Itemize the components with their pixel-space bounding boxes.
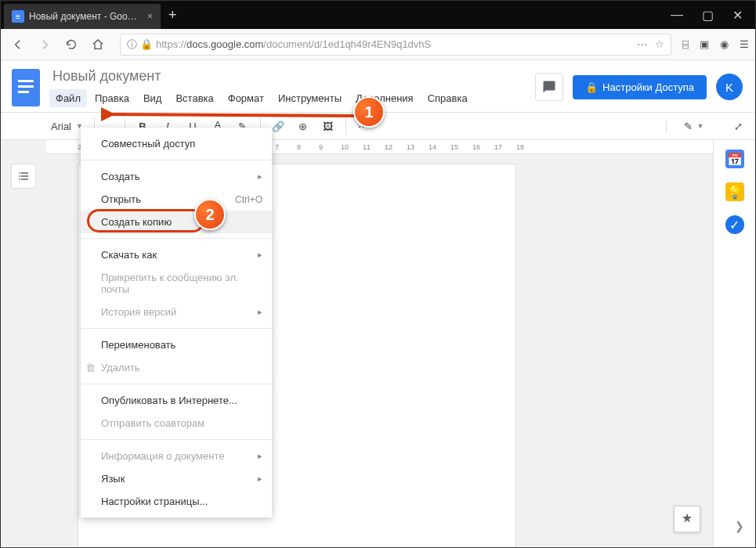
menu-формат[interactable]: Формат	[222, 89, 270, 107]
menu-item[interactable]: Скачать как	[81, 243, 272, 266]
reload-button[interactable]	[60, 34, 82, 56]
editing-mode-button[interactable]: ✎ ▼	[666, 121, 721, 132]
calendar-icon[interactable]: 📅	[725, 150, 744, 168]
docs-logo-icon[interactable]	[10, 67, 42, 109]
maximize-icon[interactable]: ▢	[702, 8, 714, 23]
menu-item: Отправить соавторам	[81, 412, 272, 434]
svg-line-4	[109, 114, 360, 116]
lock-icon: 🔒	[585, 81, 598, 93]
account-icon[interactable]: ◉	[720, 38, 729, 50]
lock-icon: 🔒	[140, 38, 153, 50]
window-controls: — ▢ ✕	[671, 8, 749, 23]
menu-справка[interactable]: Справка	[421, 89, 474, 107]
account-avatar[interactable]: K	[716, 74, 743, 100]
menu-item: Прикрепить к сообщению эл. почты	[81, 266, 272, 301]
url-host: docs.google.com	[186, 38, 263, 50]
menu-item[interactable]: Создать копию	[81, 211, 272, 233]
svg-rect-2	[18, 85, 34, 88]
document-title[interactable]: Новый документ	[49, 67, 527, 86]
comments-button[interactable]	[535, 73, 563, 101]
explore-button[interactable]	[674, 506, 700, 532]
menu-вид[interactable]: Вид	[137, 89, 168, 107]
svg-rect-3	[18, 91, 29, 93]
document-outline-button[interactable]	[11, 164, 36, 189]
menu-item: История версий	[81, 301, 272, 323]
close-window-icon[interactable]: ✕	[732, 8, 743, 23]
menu-инструменты[interactable]: Инструменты	[272, 89, 348, 107]
tab-title: Новый документ - Google Док	[29, 11, 141, 22]
browser-tab[interactable]: ≡ Новый документ - Google Док ×	[4, 4, 161, 29]
forward-button[interactable]	[34, 34, 56, 56]
info-icon[interactable]: ⓘ	[127, 38, 137, 52]
callout-2: 2	[194, 199, 226, 230]
tasks-icon[interactable]: ✓	[725, 215, 744, 234]
menu-item[interactable]: Язык	[81, 467, 272, 490]
menubar: ФайлПравкаВидВставкаФорматИнструментыДоп…	[49, 89, 527, 107]
browser-toolbar: ⓘ 🔒 https://docs.google.com/document/d/1…	[1, 29, 755, 60]
docs-favicon: ≡	[12, 10, 24, 23]
svg-rect-1	[18, 80, 34, 82]
menu-icon[interactable]: ☰	[740, 38, 749, 50]
menu-item[interactable]: Совместный доступ	[81, 132, 272, 155]
font-name-label: Arial	[51, 121, 71, 132]
new-tab-button[interactable]: +	[168, 7, 177, 23]
callout-1: 1	[353, 96, 385, 128]
annotation-arrow	[101, 106, 367, 125]
share-label: Настройки Доступа	[602, 81, 694, 93]
close-tab-icon[interactable]: ×	[147, 11, 153, 22]
menu-файл[interactable]: Файл	[49, 89, 87, 107]
file-menu-dropdown: Совместный доступСоздатьОткрытьCtrl+OСоз…	[81, 128, 272, 517]
menu-item[interactable]: ОткрытьCtrl+O	[81, 188, 272, 211]
address-bar[interactable]: ⓘ 🔒 https://docs.google.com/document/d/1…	[120, 34, 671, 56]
minimize-icon[interactable]: —	[671, 8, 683, 23]
chevron-down-icon: ▼	[697, 122, 704, 130]
sidebar-icon[interactable]: ▣	[700, 38, 709, 50]
menu-item[interactable]: Переименовать	[81, 333, 272, 356]
bookmark-star-icon[interactable]: ☆	[655, 38, 664, 50]
menu-item: Информация о документе	[81, 445, 272, 467]
share-button[interactable]: 🔒 Настройки Доступа	[573, 75, 707, 99]
menu-правка[interactable]: Правка	[89, 89, 136, 107]
browser-tab-strip: ≡ Новый документ - Google Док × + — ▢ ✕	[1, 1, 755, 29]
home-button[interactable]	[87, 34, 109, 56]
menu-item[interactable]: Настройки страницы...	[81, 490, 272, 513]
back-button[interactable]	[7, 34, 29, 56]
menu-item: 🗑Удалить	[81, 356, 272, 379]
scroll-right-arrow[interactable]: ❯	[735, 520, 744, 532]
url-path: /document/d/1ed1qh49r4EN9q1dvhS	[263, 38, 431, 50]
library-icon[interactable]: ⌸	[682, 38, 689, 50]
menu-item[interactable]: Создать	[81, 165, 272, 188]
expand-button[interactable]: ⤢	[727, 115, 749, 137]
url-scheme: https://	[156, 38, 186, 50]
menu-вставка[interactable]: Вставка	[169, 89, 219, 107]
keep-icon[interactable]: 💡	[725, 182, 744, 201]
side-panel: 📅 💡 ✓	[713, 140, 755, 546]
menu-item[interactable]: Опубликовать в Интернете...	[81, 389, 272, 412]
